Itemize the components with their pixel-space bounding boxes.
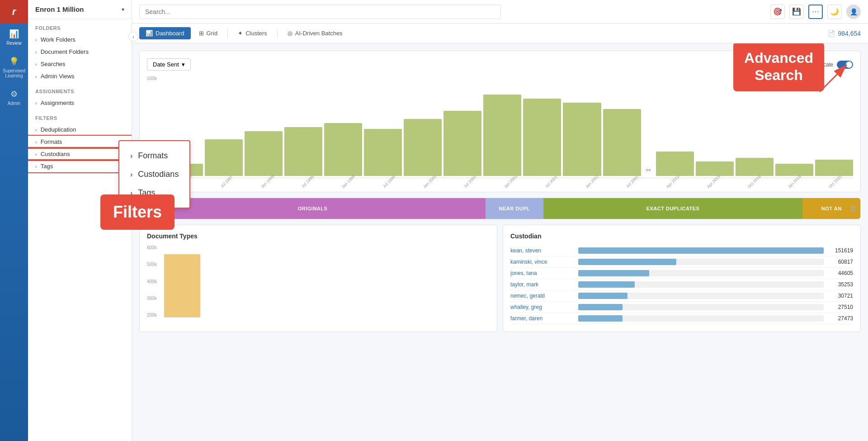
- custodian-row: taylor, mark35253: [510, 279, 853, 290]
- ai-batches-tab-label: AI-Driven Batches: [295, 30, 343, 37]
- chart-bar: [563, 103, 601, 176]
- custodian-bar-wrap: [578, 304, 824, 310]
- sidebar-item-document-folders[interactable]: › Document Folders: [28, 46, 132, 58]
- doc-count-icon: 📄: [827, 30, 835, 37]
- review-icon: 📊: [9, 29, 19, 39]
- popup-custodians[interactable]: › Custodians: [130, 165, 179, 184]
- tab-clusters[interactable]: ✦ Clusters: [231, 27, 274, 39]
- search-wrap: [139, 5, 501, 19]
- ai-batches-tab-icon: ◎: [288, 30, 292, 37]
- sidebar-item-work-folders[interactable]: › Work Folders: [28, 33, 132, 46]
- sidebar-item-searches[interactable]: › Searches: [28, 58, 132, 70]
- chart-bar: [324, 123, 362, 176]
- custodian-bar: [578, 270, 649, 276]
- doc-count: 📄 984,654: [827, 30, 861, 37]
- y-label: 200k: [147, 313, 157, 318]
- popup-custodians-label: Custodians: [138, 170, 179, 179]
- filter-popup: › Formats › Custodians › Tags: [118, 140, 190, 209]
- sidebar-item-assignments[interactable]: › Assignments: [28, 97, 132, 109]
- popup-tags-label: Tags: [138, 188, 155, 198]
- y-label: 100k: [147, 76, 157, 81]
- custodian-count: 30721: [828, 293, 853, 299]
- more-options-button[interactable]: ⋯: [808, 5, 823, 19]
- target-icon-button[interactable]: 🎯: [770, 5, 785, 19]
- dashboard-tab-icon: 📊: [146, 30, 153, 37]
- date-field-label: Date Sent: [153, 61, 179, 68]
- custodian-name[interactable]: kean, steven: [510, 247, 574, 254]
- doc-types-y-axis: 600k 500k 400k 300k 200k: [147, 245, 157, 318]
- chevron-icon: ›: [35, 164, 37, 169]
- custodian-name[interactable]: taylor, mark: [510, 281, 574, 288]
- dashboard-tab-label: Dashboard: [156, 30, 184, 37]
- custodian-bar: [578, 281, 635, 288]
- sidebar-item-label: Assignments: [41, 100, 74, 106]
- topbar: 🎯 💾 ⋯ 🌙 👤: [132, 0, 868, 24]
- custodian-name[interactable]: jones, tana: [510, 270, 574, 276]
- sidebar-item-label: Admin Views: [41, 73, 75, 80]
- doc-types-chart: [164, 245, 200, 318]
- sidebar-item-formats[interactable]: › Formats: [28, 136, 132, 148]
- date-field-dropdown[interactable]: Date Sent ▾: [147, 58, 191, 71]
- save-icon-button[interactable]: 💾: [789, 5, 804, 19]
- app-logo[interactable]: r: [0, 0, 28, 24]
- sidebar-collapse-button[interactable]: ‹: [128, 32, 138, 42]
- custodian-bar: [578, 293, 627, 299]
- custodian-count: 35253: [828, 281, 853, 288]
- project-dropdown-icon[interactable]: ▾: [122, 6, 124, 13]
- custodian-count: 60817: [828, 259, 853, 265]
- custodian-row: nemec, gerald30721: [510, 290, 853, 302]
- nav-admin[interactable]: ⚙ Admin: [0, 84, 28, 111]
- custodian-count: 44605: [828, 270, 853, 276]
- custodian-bar: [578, 247, 824, 254]
- doc-types-title: Document Types: [147, 232, 490, 240]
- tab-dashboard[interactable]: 📊 Dashboard: [139, 27, 191, 39]
- sidebar-item-custodians[interactable]: › Custodians: [28, 148, 132, 160]
- chart-bar: [523, 99, 561, 176]
- sidebar-item-label: Work Folders: [41, 36, 75, 43]
- sidebar-item-label: Formats: [41, 138, 62, 145]
- custodian-name[interactable]: kaminski, vince: [510, 259, 574, 265]
- left-navigation: r 📊 Review 💡 Supervised Learning ⚙ Admin: [0, 0, 28, 441]
- popup-tags[interactable]: › Tags: [130, 184, 179, 202]
- sidebar: Enron 1 Million ▾ FOLDERS › Work Folders…: [28, 0, 132, 441]
- sidebar-item-label: Deduplication: [41, 126, 76, 133]
- dedup-actions[interactable]: 🗑: [849, 204, 857, 213]
- custodian-row: jones, tana44605: [510, 268, 853, 279]
- custodian-bar-wrap: [578, 315, 824, 322]
- custodian-name[interactable]: nemec, gerald: [510, 293, 574, 299]
- chevron-icon: ›: [35, 37, 37, 43]
- x-axis: Jan 1997Jul 1997Jan 1998Jul 1998Jan 1999…: [147, 180, 853, 185]
- tab-ai-batches[interactable]: ◎ AI-Driven Batches: [281, 27, 349, 39]
- originals-segment: ORIGINALS: [140, 198, 486, 219]
- folders-section-title: FOLDERS: [28, 19, 132, 33]
- custodian-row: kaminski, vince60817: [510, 256, 853, 268]
- chart-controls: Date Sent ▾ Logarithmic Scale: [147, 58, 853, 71]
- sidebar-header[interactable]: Enron 1 Million ▾: [28, 0, 132, 19]
- popup-chevron-icon: ›: [130, 152, 132, 160]
- custodian-name[interactable]: whalley, greg: [510, 304, 574, 310]
- doc-types-panel: Document Types 600k 500k 400k 300k 200k: [139, 225, 497, 332]
- sidebar-item-admin-views[interactable]: › Admin Views: [28, 70, 132, 82]
- custodian-bar-wrap: [578, 247, 824, 254]
- nav-supervised-learning[interactable]: 💡 Supervised Learning: [0, 51, 28, 84]
- log-scale-toggle[interactable]: [837, 61, 853, 69]
- user-avatar[interactable]: 👤: [846, 5, 861, 19]
- chevron-icon: ›: [35, 127, 37, 133]
- popup-formats[interactable]: › Formats: [130, 147, 179, 165]
- exact-dupl-label: EXACT DUPLICATES: [646, 206, 700, 211]
- custodian-title: Custodian: [510, 232, 853, 240]
- grid-tab-label: Grid: [207, 30, 218, 37]
- y-label: 500k: [147, 262, 157, 267]
- log-scale-control: Logarithmic Scale: [790, 61, 853, 69]
- sidebar-item-label: Custodians: [41, 151, 70, 157]
- sidebar-item-deduplication[interactable]: › Deduplication: [28, 123, 132, 136]
- not-analyzed-label: NOT AN: [821, 206, 842, 211]
- nav-review[interactable]: 📊 Review: [0, 24, 28, 51]
- search-input[interactable]: [139, 5, 501, 19]
- popup-chevron-icon: ›: [130, 171, 132, 179]
- grid-tab-icon: ⊞: [199, 30, 204, 37]
- dark-mode-button[interactable]: 🌙: [827, 5, 842, 19]
- sidebar-item-tags[interactable]: › Tags: [28, 160, 132, 172]
- tab-grid[interactable]: ⊞ Grid: [193, 27, 224, 39]
- custodian-name[interactable]: farmer, daren: [510, 315, 574, 322]
